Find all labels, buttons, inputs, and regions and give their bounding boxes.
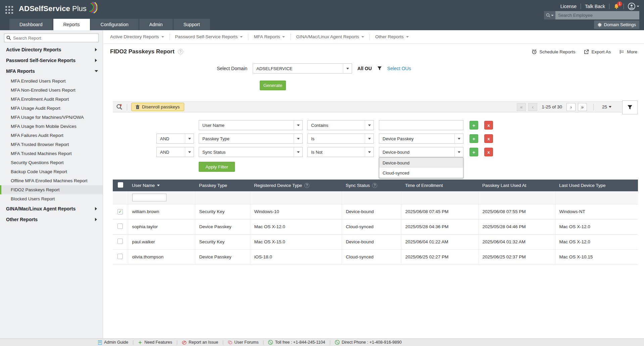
select-all-checkbox[interactable] [118, 182, 123, 188]
sidebar-group-password-self-service-reports[interactable]: Password Self-Service Reports [0, 55, 103, 66]
schedule-reports-button[interactable]: Schedule Reports [532, 49, 575, 54]
filter3-logic-select[interactable]: AND [156, 147, 194, 157]
chevron-down-icon [294, 120, 302, 130]
help-icon[interactable]: ? [372, 183, 377, 188]
chat-bubble-icon [228, 340, 232, 345]
need-features-link[interactable]: Need Features [138, 340, 172, 345]
more-button[interactable]: More [620, 49, 637, 54]
sidebar-item-backup-code-usage-report[interactable]: Backup Code Usage Report [0, 167, 103, 176]
license-link[interactable]: License [560, 4, 577, 9]
sidebar-item-mfa-non-enrolled-users-report[interactable]: MFA Non-Enrolled Users Report [0, 86, 103, 95]
filter1-field-select[interactable]: User Name [199, 120, 303, 130]
tab-configuration[interactable]: Configuration [91, 19, 139, 30]
disenroll-passkeys-button[interactable]: Disenroll passkeys [131, 103, 184, 111]
next-page-button[interactable]: › [566, 103, 576, 111]
filter1-operator-select[interactable]: Contains [307, 120, 374, 130]
apply-filter-button[interactable]: Apply Filter [199, 162, 235, 172]
tab-support[interactable]: Support [174, 19, 210, 30]
domain-select[interactable]: ADSELFSERVICE [253, 63, 352, 73]
report-search-input[interactable] [13, 36, 98, 41]
filter2-field-select[interactable]: Passkey Type [199, 134, 303, 144]
table-row[interactable]: paul.walkerSecurity Key Mac OS X-15.0Dev… [113, 234, 638, 249]
row-checkbox-checked[interactable]: ✓ [117, 209, 123, 214]
filter2-operator-select[interactable]: Is [307, 134, 374, 144]
sidebar-item-mfa-trusted-browser-report[interactable]: MFA Trusted Browser Report [0, 140, 103, 149]
filter-panel-toggle[interactable] [622, 100, 638, 114]
domain-settings-button[interactable]: Domain Settings [594, 20, 639, 29]
user-menu[interactable] [628, 3, 639, 10]
search-scope-button[interactable] [544, 11, 555, 19]
filter3-add-button[interactable]: + [469, 148, 478, 156]
sidebar-item-mfa-usage-mobile-devices[interactable]: MFA Usage from Mobile Devices [0, 122, 103, 131]
sidebar-item-mfa-enrollment-audit-report[interactable]: MFA Enrollment Audit Report [0, 95, 103, 104]
tab-dashboard[interactable]: Dashboard [9, 19, 53, 30]
filter3-remove-button[interactable]: x [484, 148, 493, 156]
filter2-add-button[interactable]: + [469, 134, 478, 143]
row-checkbox[interactable] [117, 254, 123, 259]
filter1-value-input[interactable] [379, 120, 463, 130]
filter3-field-select[interactable]: Sync Status [199, 147, 303, 157]
sidebar-group-mfa-reports[interactable]: MFA Reports [0, 66, 103, 77]
filter3-operator-select[interactable]: Is Not [307, 147, 374, 157]
chevron-down-icon [551, 15, 554, 17]
report-issue-link[interactable]: Report an Issue [182, 340, 218, 345]
nav-gina-mac-linux-agent-reports[interactable]: GINA/Mac/Linux Agent Reports [291, 34, 369, 39]
tab-admin[interactable]: Admin [139, 19, 173, 30]
nav-active-directory-reports[interactable]: Active Directory Reports [110, 34, 169, 39]
ou-filter-funnel-icon[interactable] [377, 66, 382, 71]
admin-guide-link[interactable]: Admin Guide [98, 340, 128, 345]
dropdown-option-device-bound[interactable]: Device-bound [379, 158, 463, 168]
chevron-down-icon [95, 70, 98, 74]
table-row[interactable]: sophia.taylorDevice Passkey Mac OS X-12.… [113, 219, 638, 234]
page-size-select[interactable]: 25 [602, 104, 611, 109]
sidebar-item-mfa-failures-audit-report[interactable]: MFA Failures Audit Report [0, 131, 103, 140]
sidebar-item-security-questions-report[interactable]: Security Questions Report [0, 158, 103, 167]
filter1-add-button[interactable]: + [469, 121, 478, 130]
help-icon[interactable]: ? [304, 183, 309, 188]
previous-page-button[interactable]: ‹ [528, 103, 537, 111]
filter2-value-select[interactable]: Device Passkey [379, 134, 463, 144]
notifications-button[interactable]: 1 [613, 3, 620, 9]
logo-text-bold: ADSelfService [19, 4, 70, 13]
sidebar-item-fido2-passkeys-report[interactable]: FIDO2 Passkeys Report [0, 185, 103, 194]
clear-search-button[interactable] [116, 104, 123, 110]
sidebar-item-mfa-usage-machines-vpn-owa[interactable]: MFA Usage for Machines/VPN/OWA [0, 113, 103, 122]
select-ous-link[interactable]: Select OUs [387, 66, 411, 71]
chevron-down-icon [637, 6, 639, 8]
toll-free-phone[interactable]: Toll free : +1-844-245-1104 [268, 340, 325, 345]
first-page-button[interactable]: « [517, 103, 526, 111]
sidebar-item-mfa-usage-audit-report[interactable]: MFA Usage Audit Report [0, 104, 103, 113]
generate-button[interactable]: Generate [260, 81, 286, 90]
sidebar-item-offline-mfa-enrolled-machines-report[interactable]: Offline MFA Enrolled Machines Report [0, 176, 103, 185]
user-forums-link[interactable]: User Forums [228, 340, 258, 345]
filter2-logic-select[interactable]: AND [156, 134, 194, 144]
username-column-filter-input[interactable] [132, 194, 166, 201]
last-page-button[interactable]: » [578, 103, 587, 111]
sidebar-item-mfa-trusted-machines-report[interactable]: MFA Trusted Machines Report [0, 149, 103, 158]
filter1-remove-button[interactable]: x [484, 121, 493, 130]
sort-caret-icon[interactable] [157, 185, 160, 188]
nav-password-self-service-reports[interactable]: Password Self-Service Reports [170, 34, 248, 39]
sidebar-group-gina-mac-linux-agent-reports[interactable]: GINA/Mac/Linux Agent Reports [0, 203, 103, 214]
tab-reports[interactable]: Reports [53, 19, 90, 30]
app-grid-icon[interactable] [5, 6, 14, 15]
nav-mfa-reports[interactable]: MFA Reports [248, 34, 290, 39]
sidebar-group-active-directory-reports[interactable]: Active Directory Reports [0, 44, 103, 55]
dropdown-option-cloud-synced[interactable]: Cloud-synced [379, 168, 463, 178]
table-row[interactable]: olivia.thompsonDevice Passkey iOS-18.0Cl… [113, 249, 638, 264]
export-as-button[interactable]: Export As [584, 49, 611, 54]
filter2-remove-button[interactable]: x [484, 134, 493, 143]
row-checkbox[interactable] [117, 239, 123, 244]
sidebar-item-mfa-enrolled-users-report[interactable]: MFA Enrolled Users Report [0, 77, 103, 86]
employee-search-input[interactable] [555, 11, 639, 19]
sidebar-item-blocked-users-report[interactable]: Blocked Users Report [0, 194, 103, 203]
help-icon[interactable]: ? [178, 49, 183, 54]
phone-icon [268, 340, 273, 345]
sidebar-group-other-reports[interactable]: Other Reports [0, 214, 103, 225]
talk-back-link[interactable]: Talk Back [585, 4, 605, 9]
direct-phone[interactable]: Direct Phone : +1-408-916-9890 [335, 340, 402, 345]
filter3-value-select[interactable]: Device-bound [379, 147, 463, 157]
nav-other-reports[interactable]: Other Reports [370, 34, 414, 39]
row-checkbox[interactable] [117, 224, 123, 229]
table-row[interactable]: ✓ william.brownSecurity Key Windows-10De… [113, 204, 638, 219]
